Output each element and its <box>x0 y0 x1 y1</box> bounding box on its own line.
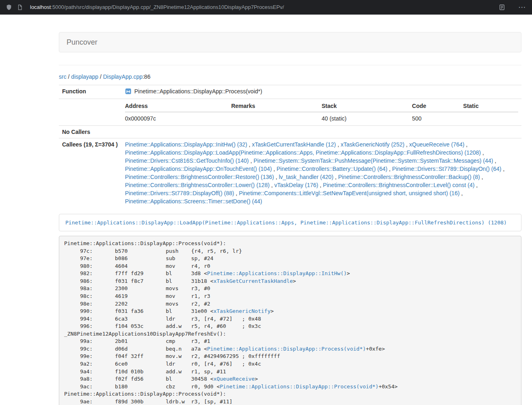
disasm-symbol-link[interactable]: Pinetime::Applications::DisplayApp::Proc… <box>220 383 379 390</box>
callee-link[interactable]: Pinetime::System::SystemTask::PushMessag… <box>254 157 493 164</box>
callee-link[interactable]: xTaskGenericNotify (252) <box>340 141 404 148</box>
col-address: Address <box>125 100 231 112</box>
metrics-table: Address Remarks Stack Code Static 0x0000… <box>125 100 518 125</box>
callee-separator: , <box>272 166 277 172</box>
callee-link[interactable]: Pinetime::Applications::DisplayApp::OnTo… <box>125 166 272 172</box>
callee-separator: , <box>234 190 239 196</box>
callee-link[interactable]: Pinetime::Controllers::BrightnessControl… <box>323 182 474 188</box>
function-label: Function <box>59 85 122 99</box>
cell-static <box>463 112 518 125</box>
metrics-row: Address Remarks Stack Code Static 0x0000… <box>59 99 521 126</box>
callee-separator: , <box>480 174 483 180</box>
breadcrumb-link-src[interactable]: src <box>59 73 67 80</box>
callee-separator: , <box>334 174 338 180</box>
callee-link[interactable]: Pinetime::Drivers::St7789::DisplayOff() … <box>125 190 234 196</box>
callee-link[interactable]: vTaskDelay (176) <box>274 182 318 188</box>
cell-remarks <box>231 112 322 125</box>
callee-link[interactable]: Pinetime::Applications::DisplayApp::Load… <box>125 149 481 156</box>
no-callers-label: No Callers <box>59 126 122 138</box>
no-callers-value <box>122 126 521 138</box>
callee-separator: , <box>493 157 496 164</box>
callee-link[interactable]: Pinetime::Drivers::St7789::DisplayOn() (… <box>392 166 501 172</box>
callee-separator: , <box>249 157 254 164</box>
breadcrumb-separator: / <box>98 73 103 80</box>
breadcrumb-link-displayapp.cpp[interactable]: DisplayApp.cpp <box>103 73 142 80</box>
shield-icon[interactable] <box>6 4 12 11</box>
callees-row: Callees (19, Σ=3704 ) Pinetime::Applicat… <box>59 138 521 208</box>
breadcrumb-line-number: :86 <box>142 73 150 80</box>
function-row: Function Pinetime::Applications::Display… <box>59 85 521 99</box>
col-remarks: Remarks <box>231 100 322 112</box>
callee-separator: , <box>269 182 274 188</box>
callee-link[interactable]: Pinetime::Components::LittleVgl::SetNewT… <box>239 190 460 196</box>
callee-separator: , <box>336 141 341 148</box>
divider <box>59 65 521 65</box>
brand-link[interactable]: Puncover <box>59 32 105 52</box>
callee-separator: , <box>481 149 484 156</box>
callee-link[interactable]: Pinetime::Controllers::BrightnessControl… <box>338 174 480 180</box>
callees-label: Callees (19, Σ=3704 ) <box>59 138 122 208</box>
function-icon <box>125 88 131 97</box>
url-bar[interactable]: localhost:5000/path/src/displayapp/Displ… <box>30 4 494 10</box>
callee-link[interactable]: Pinetime::Drivers::Cst816S::GetTouchInfo… <box>125 157 249 164</box>
symbol-panel: Pinetime::Applications::DisplayApp::Load… <box>59 214 521 231</box>
browser-chrome: localhost:5000/path/src/displayapp/Displ… <box>0 0 532 15</box>
cell-address: 0x0000097c <box>125 112 231 125</box>
function-name: Pinetime::Applications::DisplayApp::Proc… <box>134 88 262 95</box>
disasm-symbol-link[interactable]: Pinetime::Applications::DisplayApp::Proc… <box>207 346 366 352</box>
page-container: Puncover src / displayapp / DisplayApp.c… <box>59 32 521 405</box>
col-static: Static <box>463 100 518 112</box>
callee-link[interactable]: Pinetime::Applications::Screens::Timer::… <box>125 198 262 205</box>
callee-link[interactable]: Pinetime::Controllers::BrightnessControl… <box>125 174 274 180</box>
reader-mode-icon[interactable] <box>499 4 505 11</box>
callee-separator: , <box>464 141 467 148</box>
disassembly-block: Pinetime::Applications::DisplayApp::Proc… <box>59 236 521 405</box>
cell-stack: 40 (static) <box>321 112 412 125</box>
menu-icon[interactable]: ⋯ <box>518 3 526 11</box>
col-stack: Stack <box>321 100 412 112</box>
callee-separator: , <box>502 166 505 172</box>
function-table: Function Pinetime::Applications::Display… <box>59 85 521 207</box>
disasm-symbol-link[interactable]: xQueueReceive <box>213 376 255 382</box>
disasm-symbol-link[interactable]: xTaskGenericNotify <box>213 308 271 314</box>
callee-separator: , <box>318 182 323 188</box>
callee-separator: , <box>388 166 392 172</box>
callee-separator: , <box>274 174 279 180</box>
loadapp-symbol-link[interactable]: Pinetime::Applications::DisplayApp::Load… <box>65 220 507 226</box>
callee-separator: , <box>405 141 409 148</box>
breadcrumb-separator: / <box>67 73 71 80</box>
disasm-symbol-link[interactable]: xTaskGetCurrentTaskHandle <box>213 278 293 284</box>
callee-link[interactable]: xTaskGetCurrentTaskHandle (12) <box>252 141 336 148</box>
navbar: Puncover <box>59 32 521 52</box>
breadcrumb: src / displayapp / DisplayApp.cpp:86 <box>59 73 521 81</box>
no-callers-row: No Callers <box>59 126 521 138</box>
url-host: localhost <box>30 4 51 10</box>
callee-link[interactable]: lv_task_handler (420) <box>279 174 334 180</box>
url-path: :5000/path/src/displayapp/DisplayApp.cpp… <box>51 4 284 10</box>
callee-link[interactable]: Pinetime::Controllers::Battery::Update()… <box>277 166 388 172</box>
metrics-data-row: 0x0000097c 40 (static) 500 <box>125 112 518 125</box>
callees-list: Pinetime::Applications::DisplayApp::Init… <box>122 138 521 208</box>
callee-separator: , <box>474 182 478 188</box>
page-icon <box>17 4 23 10</box>
callee-link[interactable]: xQueueReceive (764) <box>409 141 464 148</box>
cell-code: 500 <box>412 112 463 125</box>
callee-separator: , <box>460 190 463 196</box>
callee-link[interactable]: Pinetime::Controllers::BrightnessControl… <box>125 182 269 188</box>
breadcrumb-link-displayapp[interactable]: displayapp <box>71 73 98 80</box>
callee-link[interactable]: Pinetime::Applications::DisplayApp::Init… <box>125 141 247 148</box>
col-code: Code <box>412 100 463 112</box>
disasm-symbol-link[interactable]: Pinetime::Applications::DisplayApp::Init… <box>207 270 347 276</box>
callee-separator: , <box>247 141 252 148</box>
metrics-label-spacer <box>59 99 122 126</box>
